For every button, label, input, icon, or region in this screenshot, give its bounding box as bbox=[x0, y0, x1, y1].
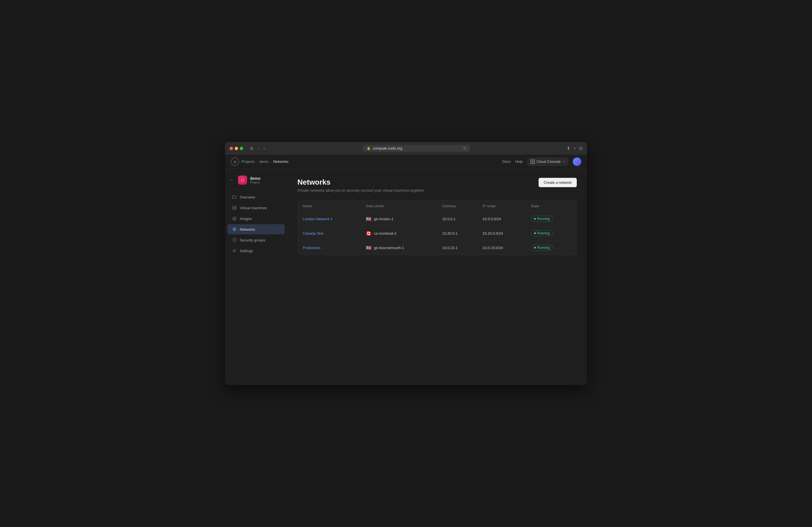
address-bar-container: 🔒 compute.cudo.org ↺ bbox=[270, 145, 563, 152]
shield-icon bbox=[232, 237, 237, 243]
logo-icon: ◎ bbox=[231, 158, 239, 166]
cell-ip-range-2: 10.0.23.0/24 bbox=[478, 240, 526, 255]
sidebar-item-networks-label: Networks bbox=[240, 227, 255, 232]
cell-ip-range-0: 10.0.0.0/24 bbox=[478, 212, 526, 226]
docs-link[interactable]: Docs bbox=[502, 159, 511, 164]
lock-icon: 🔒 bbox=[367, 146, 371, 150]
traffic-lights bbox=[230, 147, 243, 150]
new-tab-icon[interactable]: ＋ bbox=[572, 145, 577, 151]
back-arrow-icon[interactable]: ← bbox=[230, 178, 234, 182]
cell-datacenter-1: 🇨🇦 ca-montreal-2 bbox=[361, 226, 437, 240]
project-info: demo Project bbox=[250, 176, 260, 184]
breadcrumb-current: Networks bbox=[273, 159, 288, 164]
networks-table-container: Name Data center Gateway IP range State … bbox=[298, 201, 577, 255]
content-area: Networks Private networks allow you to s… bbox=[287, 169, 587, 385]
cell-state-2: Running bbox=[526, 240, 577, 255]
status-badge-0: Running bbox=[531, 216, 553, 222]
user-avatar[interactable] bbox=[573, 158, 581, 166]
browser-controls: ⊞ ‹ › bbox=[249, 146, 266, 151]
sidebar-item-images-label: Images bbox=[240, 217, 252, 221]
status-label-2: Running bbox=[537, 246, 550, 250]
project-icon-symbol: ⬡ bbox=[241, 178, 244, 182]
tabs-icon[interactable]: ⧉ bbox=[579, 146, 582, 151]
cell-gateway-0: 10.0.0.1 bbox=[437, 212, 477, 226]
share-icon[interactable]: ⬆ bbox=[567, 146, 570, 151]
address-bar[interactable]: 🔒 compute.cudo.org ↺ bbox=[363, 145, 470, 152]
project-type: Project bbox=[250, 181, 260, 184]
browser-chrome: ⊞ ‹ › 🔒 compute.cudo.org ↺ ⬆ ＋ ⧉ bbox=[225, 142, 587, 155]
maximize-button[interactable] bbox=[240, 147, 243, 150]
breadcrumb-sep-2: › bbox=[270, 159, 272, 164]
browser-window: ⊞ ‹ › 🔒 compute.cudo.org ↺ ⬆ ＋ ⧉ ◎ bbox=[225, 142, 587, 385]
network-link-0[interactable]: London Network 1 bbox=[303, 217, 333, 221]
status-label-0: Running bbox=[537, 217, 550, 221]
table-row[interactable]: Canada Test 🇨🇦 ca-montreal-2 10.20.0.1 1… bbox=[298, 226, 577, 240]
create-network-button[interactable]: Create a network bbox=[539, 178, 577, 187]
svg-point-3 bbox=[235, 209, 236, 209]
sidebar-item-security-label: Security groups bbox=[240, 238, 265, 242]
table-header: Name Data center Gateway IP range State bbox=[298, 201, 577, 212]
datacenter-name-0: gb-london-1 bbox=[374, 217, 393, 221]
svg-point-4 bbox=[233, 217, 236, 220]
images-icon bbox=[232, 216, 237, 221]
status-badge-1: Running bbox=[531, 230, 553, 236]
page-header: Networks Private networks allow you to s… bbox=[298, 178, 577, 192]
gear-icon bbox=[232, 248, 237, 253]
flag-icon-2: 🇬🇧 bbox=[366, 245, 372, 250]
breadcrumb-projects[interactable]: Projects bbox=[242, 159, 255, 164]
col-ip-range: IP range bbox=[478, 201, 526, 212]
breadcrumb: Projects › demo › Networks bbox=[242, 159, 288, 164]
svg-point-7 bbox=[234, 250, 235, 251]
close-button[interactable] bbox=[230, 147, 233, 150]
sidebar-item-overview-label: Overview bbox=[240, 195, 255, 199]
table-row[interactable]: London Network 1 🇬🇧 gb-london-1 10.0.0.1… bbox=[298, 212, 577, 226]
sidebar-toggle-button[interactable]: ⊞ bbox=[249, 146, 255, 151]
sidebar-item-virtual-machines[interactable]: Virtual machines bbox=[227, 203, 285, 213]
status-dot-2 bbox=[534, 247, 536, 249]
sidebar-item-networks[interactable]: Networks › bbox=[227, 224, 285, 234]
cell-name-1[interactable]: Canada Test bbox=[298, 226, 361, 240]
browser-actions: ⬆ ＋ ⧉ bbox=[567, 145, 582, 151]
cell-datacenter-2: 🇬🇧 gb-bournemouth-1 bbox=[361, 240, 437, 255]
breadcrumb-project[interactable]: demo bbox=[259, 159, 269, 164]
networks-table: Name Data center Gateway IP range State … bbox=[298, 201, 577, 255]
url-text: compute.cudo.org bbox=[373, 146, 402, 150]
datacenter-name-1: ca-montreal-2 bbox=[374, 231, 396, 235]
datacenter-name-2: gb-bournemouth-1 bbox=[374, 246, 404, 250]
col-gateway: Gateway bbox=[437, 201, 477, 212]
help-link[interactable]: Help bbox=[515, 159, 523, 164]
flag-icon-1: 🇨🇦 bbox=[366, 231, 372, 236]
back-button[interactable]: ‹ bbox=[257, 146, 260, 151]
page-title-area: Networks Private networks allow you to s… bbox=[298, 178, 425, 192]
sidebar-item-security-groups[interactable]: Security groups bbox=[227, 235, 285, 245]
cell-name-0[interactable]: London Network 1 bbox=[298, 212, 361, 226]
chevron-right-icon: › bbox=[279, 228, 280, 231]
col-state: State bbox=[526, 201, 577, 212]
network-icon bbox=[232, 227, 237, 232]
app-container: ◎ Projects › demo › Networks Docs Help bbox=[225, 155, 587, 385]
sidebar-item-vms-label: Virtual machines bbox=[240, 206, 267, 210]
minimize-button[interactable] bbox=[235, 147, 238, 150]
cell-gateway-2: 10.0.23.1 bbox=[437, 240, 477, 255]
network-link-2[interactable]: Production bbox=[303, 246, 320, 250]
cell-name-2[interactable]: Production bbox=[298, 240, 361, 255]
col-datacenter: Data center bbox=[361, 201, 437, 212]
network-link-1[interactable]: Canada Test bbox=[303, 231, 323, 235]
table-row[interactable]: Production 🇬🇧 gb-bournemouth-1 10.0.23.1… bbox=[298, 240, 577, 255]
sidebar-item-settings[interactable]: Settings bbox=[227, 246, 285, 256]
cell-state-0: Running bbox=[526, 212, 577, 226]
grid-icon bbox=[531, 159, 535, 164]
sidebar-item-images[interactable]: Images bbox=[227, 214, 285, 224]
forward-button[interactable]: › bbox=[263, 146, 266, 151]
project-icon: ⬡ bbox=[238, 176, 247, 185]
logo-area: ◎ bbox=[231, 158, 239, 166]
cloud-console-button[interactable]: Cloud Console ▼ bbox=[527, 158, 568, 166]
cell-state-1: Running bbox=[526, 226, 577, 240]
flag-icon-0: 🇬🇧 bbox=[366, 216, 372, 222]
top-nav: ◎ Projects › demo › Networks Docs Help bbox=[225, 155, 587, 169]
table-body: London Network 1 🇬🇧 gb-london-1 10.0.0.1… bbox=[298, 212, 577, 255]
status-dot-0 bbox=[534, 218, 536, 220]
nav-actions: Docs Help Cloud Console ▼ bbox=[502, 158, 581, 166]
sidebar-item-overview[interactable]: Overview bbox=[227, 192, 285, 202]
reload-button[interactable]: ↺ bbox=[463, 146, 466, 150]
